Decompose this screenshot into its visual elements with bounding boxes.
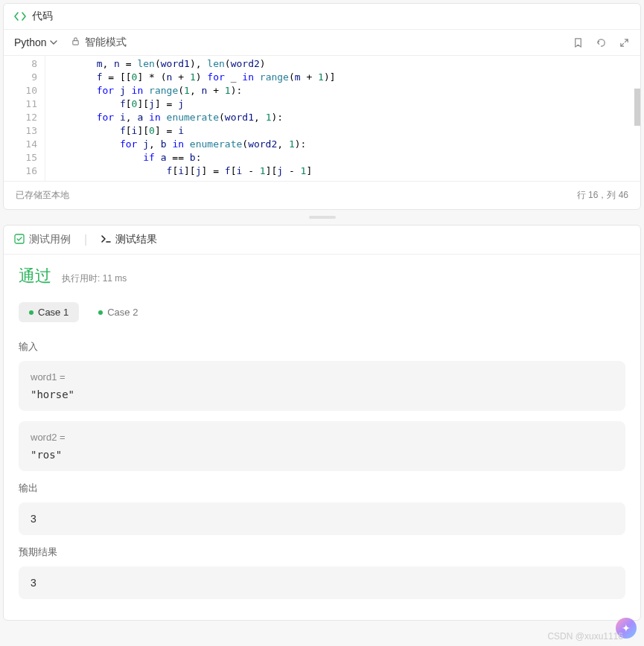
- runtime-label: 执行用时: 11 ms: [62, 272, 127, 285]
- line-number: 10: [4, 84, 37, 97]
- code-panel: 代码 Python 智能模式: [3, 3, 641, 210]
- result-body: 通过 执行用时: 11 ms Case 1Case 2 输入 word1 ="h…: [4, 255, 640, 620]
- smart-mode[interactable]: 智能模式: [71, 36, 127, 49]
- checkbox-icon: [14, 234, 25, 246]
- input-varname: word2 =: [31, 432, 613, 443]
- tab-testcase-label: 测试用例: [29, 233, 71, 246]
- input-box: word1 ="horse": [19, 361, 625, 411]
- expected-box: 3: [19, 566, 625, 599]
- editor-status-bar: 已存储至本地 行 16，列 46: [4, 181, 640, 209]
- save-status: 已存储至本地: [16, 189, 69, 202]
- line-number: 12: [4, 111, 37, 124]
- svg-rect-1: [15, 234, 24, 243]
- code-line[interactable]: f[i][0] = i: [50, 124, 640, 138]
- input-varvalue: "ros": [31, 449, 613, 461]
- code-title: 代码: [32, 10, 53, 23]
- output-value: 3: [31, 513, 613, 525]
- result-panel: 测试用例 | 测试结果 通过 执行用时: 11 ms Case 1Case 2 …: [3, 225, 641, 621]
- smart-mode-label: 智能模式: [85, 36, 127, 49]
- lock-icon: [71, 36, 80, 48]
- case-label: Case 2: [107, 307, 138, 318]
- result-status: 通过: [19, 265, 51, 287]
- code-icon: [14, 10, 26, 22]
- tab-result[interactable]: 测试结果: [101, 233, 157, 246]
- code-editor[interactable]: 8910111213141516 m, n = len(word1), len(…: [4, 56, 640, 181]
- line-number: 16: [4, 164, 37, 178]
- input-section: word1 ="horse"word2 ="ros": [19, 361, 625, 471]
- expected-value: 3: [31, 577, 613, 589]
- expected-label: 预期结果: [19, 546, 625, 559]
- code-line[interactable]: f[0][j] = j: [50, 97, 640, 111]
- code-line[interactable]: if a == b:: [50, 151, 640, 164]
- line-number: 9: [4, 71, 37, 84]
- code-line[interactable]: m, n = len(word1), len(word2): [50, 57, 640, 71]
- tab-testcase[interactable]: 测试用例: [14, 233, 71, 246]
- case-selector: Case 1Case 2: [19, 302, 625, 322]
- assistant-avatar-icon[interactable]: ✦: [616, 618, 637, 639]
- undo-icon[interactable]: [596, 37, 607, 48]
- watermark: CSDN @xuxu1116: [547, 631, 623, 642]
- status-dot-icon: [29, 310, 34, 315]
- editor-scrollbar[interactable]: [634, 89, 640, 126]
- cursor-position: 行 16，列 46: [577, 189, 628, 202]
- line-number: 8: [4, 57, 37, 71]
- panel-splitter[interactable]: [0, 213, 644, 222]
- result-tabs: 测试用例 | 测试结果: [4, 226, 640, 255]
- bookmark-icon[interactable]: [573, 37, 584, 48]
- output-box: 3: [19, 502, 625, 535]
- chevron-down-icon: [50, 36, 57, 48]
- code-header: 代码: [4, 4, 640, 30]
- language-select[interactable]: Python: [14, 36, 57, 48]
- input-varname: word1 =: [31, 371, 613, 383]
- code-content[interactable]: m, n = len(word1), len(word2) f = [[0] *…: [45, 56, 640, 181]
- editor-toolbar: Python 智能模式: [4, 30, 640, 56]
- input-varvalue: "horse": [31, 388, 613, 400]
- case-pill[interactable]: Case 2: [88, 302, 148, 322]
- input-label: 输入: [19, 340, 625, 354]
- tab-result-label: 测试结果: [115, 233, 157, 246]
- status-dot-icon: [98, 310, 103, 315]
- case-pill[interactable]: Case 1: [19, 302, 79, 322]
- expand-icon[interactable]: [619, 37, 630, 48]
- line-number: 13: [4, 124, 37, 138]
- code-line[interactable]: f[i][j] = f[i - 1][j - 1]: [50, 164, 640, 178]
- line-gutter: 8910111213141516: [4, 56, 45, 181]
- language-label: Python: [14, 36, 47, 48]
- output-label: 输出: [19, 482, 625, 495]
- line-number: 11: [4, 97, 37, 111]
- code-line[interactable]: for j in range(1, n + 1):: [50, 84, 640, 97]
- svg-rect-0: [72, 41, 77, 45]
- terminal-icon: [101, 234, 111, 246]
- code-line[interactable]: f = [[0] * (n + 1) for _ in range(m + 1)…: [50, 71, 640, 84]
- code-line[interactable]: for j, b in enumerate(word2, 1):: [50, 138, 640, 151]
- line-number: 15: [4, 151, 37, 164]
- code-line[interactable]: for i, a in enumerate(word1, 1):: [50, 111, 640, 124]
- input-box: word2 ="ros": [19, 421, 625, 471]
- case-label: Case 1: [38, 307, 68, 318]
- line-number: 14: [4, 138, 37, 151]
